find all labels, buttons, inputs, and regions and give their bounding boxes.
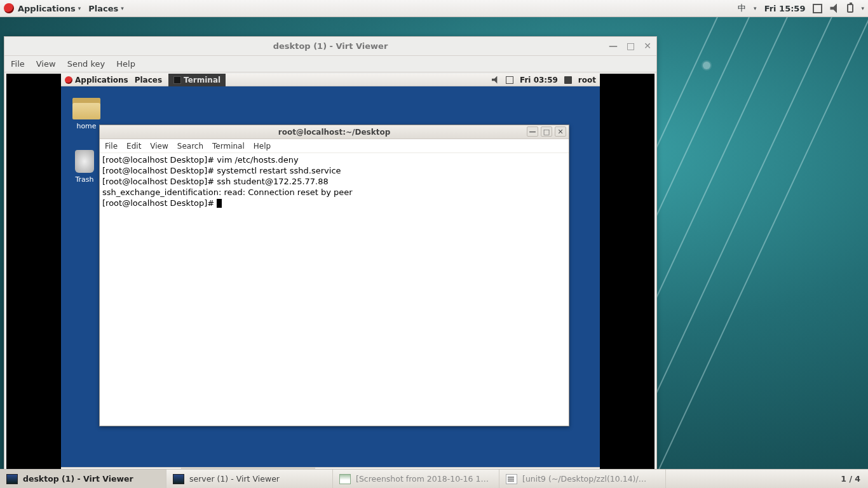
window-minimize-button[interactable]: — [609,41,618,51]
chevron-down-icon: ▾ [754,5,757,11]
monitor-icon [6,474,18,484]
terminal-maximize-button[interactable]: □ [541,126,552,137]
image-icon [339,474,351,484]
host-workspace-indicator[interactable]: 1 / 4 [833,474,868,484]
guest-applications-menu[interactable]: Applications [75,76,128,85]
host-taskbar-item[interactable]: server (1) - Virt Viewer [166,470,333,488]
guest-letterbox-right [600,74,654,469]
vv-menu-sendkey[interactable]: Send key [67,59,105,69]
workspace-icon[interactable] [813,4,822,13]
host-taskbar-item[interactable]: [Screenshot from 2018-10-16 1… [333,470,499,488]
host-bottom-taskbar: desktop (1) - Virt Viewer server (1) - V… [0,469,868,488]
volume-icon[interactable] [492,76,499,84]
terminal-line: [root@localhost Desktop]# vim /etc/hosts… [102,155,299,165]
term-menu-view[interactable]: View [150,142,168,151]
trash-icon [75,150,94,173]
chevron-down-icon: ▾ [78,5,81,11]
host-top-panel: Applications▾ Places▾ 中▾ Fri 15:59 ▾ [0,0,868,17]
terminal-minimize-button[interactable]: — [527,126,538,137]
document-icon [506,474,517,484]
terminal-window: root@localhost:~/Desktop — □ ✕ File Edit… [99,125,569,426]
host-places-menu[interactable]: Places▾ [88,4,124,13]
term-menu-search[interactable]: Search [177,142,203,151]
volume-icon[interactable] [830,4,839,13]
chevron-down-icon: ▾ [121,5,124,11]
terminal-titlebar[interactable]: root@localhost:~/Desktop — □ ✕ [100,125,569,139]
vv-menu-file[interactable]: File [11,59,25,69]
guest-screen: Applications Places Terminal Fri 03:59 r… [6,74,654,469]
term-menu-file[interactable]: File [105,142,118,151]
terminal-title: root@localhost:~/Desktop [278,128,391,137]
host-taskbar-item[interactable]: [unit9 (~/Desktop/zzl(10.14)/… [499,470,666,488]
guest-letterbox-left [6,74,61,469]
terminal-cursor [217,199,222,208]
host-clock[interactable]: Fri 15:59 [764,4,806,13]
taskbar-item-label: [Screenshot from 2018-10-16 1… [356,474,489,484]
virt-viewer-title: desktop (1) - Virt Viewer [273,41,388,51]
host-applications-menu[interactable]: Applications▾ [18,4,81,13]
term-menu-terminal[interactable]: Terminal [212,142,245,151]
host-desktop: desktop (1) - Virt Viewer — □ ✕ File Vie… [0,17,868,469]
guest-desktop[interactable]: home Trash root@localhost:~/Desktop — □ … [61,86,600,467]
redhat-icon [4,3,14,13]
taskbar-item-label: [unit9 (~/Desktop/zzl(10.14)/… [522,474,646,484]
virt-viewer-titlebar[interactable]: desktop (1) - Virt Viewer — □ ✕ [4,37,656,56]
desktop-home-icon[interactable]: home [72,98,100,130]
folder-icon [72,98,100,119]
battery-icon[interactable] [847,4,853,13]
terminal-line: [root@localhost Desktop]# [102,198,217,208]
taskbar-item-label: server (1) - Virt Viewer [189,474,280,484]
desktop-trash-icon[interactable]: Trash [75,150,94,184]
redhat-icon [65,76,72,84]
terminal-line: [root@localhost Desktop]# ssh student@17… [102,177,329,186]
host-ime-indicator[interactable]: 中 [738,3,746,14]
window-close-button[interactable]: ✕ [644,41,651,51]
virt-viewer-window: desktop (1) - Virt Viewer — □ ✕ File Vie… [4,36,657,469]
virt-viewer-menubar: File View Send key Help [4,56,656,72]
terminal-icon [173,76,181,84]
desktop-icon-label: Trash [75,175,94,184]
host-taskbar-item-active[interactable]: desktop (1) - Virt Viewer [0,470,166,488]
guest-clock[interactable]: Fri 03:59 [520,76,558,85]
window-maximize-button[interactable]: □ [627,41,635,51]
terminal-line: ssh_exchange_identification: read: Conne… [102,187,353,197]
term-menu-edit[interactable]: Edit [126,142,141,151]
terminal-line: [root@localhost Desktop]# systemctl rest… [102,166,341,175]
guest-top-panel: Applications Places Terminal Fri 03:59 r… [61,74,600,86]
user-icon [564,76,572,84]
terminal-menubar: File Edit View Search Terminal Help [100,139,569,153]
term-menu-help[interactable]: Help [254,142,271,151]
chevron-down-icon: ▾ [861,5,864,11]
guest-running-app[interactable]: Terminal [168,74,226,86]
taskbar-item-label: desktop (1) - Virt Viewer [23,474,133,484]
vv-menu-help[interactable]: Help [116,59,135,69]
guest-user-label[interactable]: root [578,76,596,85]
desktop-icon-label: home [72,122,100,130]
terminal-close-button[interactable]: ✕ [555,126,566,137]
monitor-icon [173,474,184,484]
network-icon[interactable] [506,76,513,84]
vv-menu-view[interactable]: View [36,59,56,69]
guest-places-menu[interactable]: Places [135,76,162,85]
terminal-body[interactable]: [root@localhost Desktop]# vim /etc/hosts… [100,153,569,210]
